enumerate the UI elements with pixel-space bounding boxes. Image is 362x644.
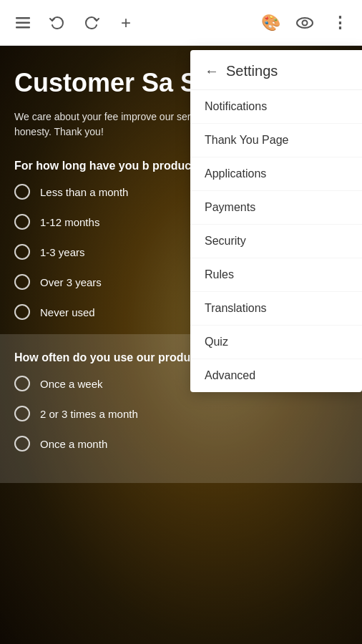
- radio-circle: [14, 244, 30, 260]
- option-label: Less than a month: [40, 186, 128, 198]
- radio-circle: [14, 436, 30, 452]
- radio-circle: [14, 184, 30, 200]
- settings-item-translations[interactable]: Translations: [190, 292, 362, 326]
- svg-point-4: [303, 20, 308, 25]
- option-label: 2 or 3 times a month: [40, 408, 138, 420]
- svg-point-3: [297, 18, 313, 28]
- redo-icon[interactable]: [77, 9, 106, 37]
- settings-title: Settings: [226, 63, 278, 79]
- option-label: 1-3 years: [40, 246, 85, 258]
- settings-item-applications[interactable]: Applications: [190, 157, 362, 191]
- svg-rect-2: [16, 26, 30, 29]
- settings-menu: NotificationsThank You PageApplicationsP…: [190, 90, 362, 392]
- add-icon[interactable]: +: [112, 9, 140, 37]
- radio-circle: [14, 406, 30, 421]
- settings-item-payments[interactable]: Payments: [190, 191, 362, 225]
- svg-rect-0: [16, 17, 30, 19]
- toolbar: + 🎨 ⋮: [0, 0, 362, 46]
- option-label: Over 3 years: [40, 276, 102, 288]
- undo-icon[interactable]: [43, 9, 72, 37]
- menu-icon[interactable]: [9, 9, 37, 37]
- svg-rect-1: [16, 21, 30, 24]
- option-label: Never used: [40, 306, 95, 318]
- option-label: 1-12 months: [40, 216, 99, 228]
- preview-icon[interactable]: [290, 9, 319, 37]
- settings-header: ← Settings: [190, 50, 362, 90]
- settings-item-thank-you-page[interactable]: Thank You Page: [190, 124, 362, 157]
- settings-item-security[interactable]: Security: [190, 225, 362, 258]
- radio-circle: [14, 376, 30, 391]
- option-2-3-times-month[interactable]: 2 or 3 times a month: [14, 406, 348, 421]
- settings-item-rules[interactable]: Rules: [190, 258, 362, 292]
- settings-item-advanced[interactable]: Advanced: [190, 359, 362, 392]
- radio-circle: [14, 214, 30, 230]
- settings-item-notifications[interactable]: Notifications: [190, 90, 362, 124]
- settings-item-quiz[interactable]: Quiz: [190, 326, 362, 359]
- option-once-a-month[interactable]: Once a month: [14, 436, 348, 452]
- option-label: Once a week: [40, 378, 103, 390]
- option-label: Once a month: [40, 438, 107, 450]
- back-button[interactable]: ←: [205, 63, 219, 79]
- radio-circle: [14, 304, 30, 320]
- settings-dropdown: ← Settings NotificationsThank You PageAp…: [190, 50, 362, 392]
- radio-circle: [14, 274, 30, 290]
- palette-icon[interactable]: 🎨: [256, 9, 285, 37]
- more-options-icon[interactable]: ⋮: [325, 9, 353, 37]
